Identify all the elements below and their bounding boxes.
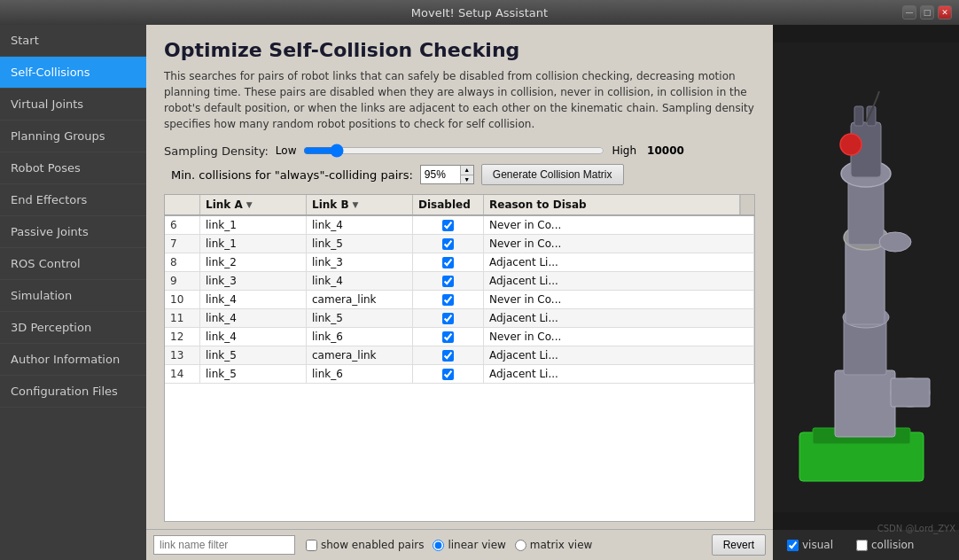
sampling-density-row: Sampling Density: Low High 10000 bbox=[164, 143, 755, 159]
sidebar-item-virtual-joints[interactable]: Virtual Joints bbox=[0, 89, 146, 121]
sidebar-item-end-effectors[interactable]: End Effectors bbox=[0, 184, 146, 216]
sidebar-item-robot-poses[interactable]: Robot Poses bbox=[0, 152, 146, 184]
sidebar-item-planning-groups[interactable]: Planning Groups bbox=[0, 121, 146, 152]
cell-link-a: link_1 bbox=[200, 235, 307, 253]
disabled-checkbox[interactable] bbox=[442, 220, 454, 231]
disabled-checkbox[interactable] bbox=[442, 369, 454, 380]
min-collisions-input[interactable] bbox=[421, 167, 460, 183]
spin-down-btn[interactable]: ▼ bbox=[461, 175, 473, 184]
table-row[interactable]: 10 link_4 camera_link Never in Co... bbox=[165, 291, 754, 309]
table-header: Link A ▼ Link B ▼ Disabled Reason to Dis… bbox=[165, 195, 754, 216]
main-panel: Optimize Self-Collision Checking This se… bbox=[146, 25, 773, 529]
table-row[interactable]: 11 link_4 link_5 Adjacent Li... bbox=[165, 309, 754, 328]
cell-link-b: link_4 bbox=[307, 216, 413, 234]
table-row[interactable]: 14 link_5 link_6 Adjacent Li... bbox=[165, 365, 754, 384]
cell-link-a: link_4 bbox=[200, 328, 307, 346]
svg-rect-14 bbox=[854, 106, 863, 126]
min-collisions-row: Min. collisions for "always"-colliding p… bbox=[164, 164, 755, 185]
col-reason: Reason to Disab bbox=[484, 195, 740, 214]
visual-checkbox[interactable] bbox=[787, 540, 799, 551]
cell-disabled[interactable] bbox=[413, 272, 484, 290]
collision-checkbox-label[interactable]: collision bbox=[849, 534, 921, 556]
cell-disabled[interactable] bbox=[413, 365, 484, 383]
show-enabled-pairs-checkbox-label[interactable]: show enabled pairs bbox=[306, 539, 424, 551]
cell-reason: Adjacent Li... bbox=[484, 309, 754, 327]
disabled-checkbox[interactable] bbox=[442, 331, 454, 343]
link-name-filter-input[interactable] bbox=[153, 535, 295, 555]
svg-rect-5 bbox=[891, 378, 930, 407]
robot-canvas bbox=[773, 25, 959, 530]
matrix-view-radio-label[interactable]: matrix view bbox=[515, 539, 593, 551]
cell-num: 6 bbox=[165, 216, 200, 234]
high-label: High bbox=[612, 144, 636, 157]
disabled-checkbox[interactable] bbox=[442, 313, 454, 324]
col-link-b[interactable]: Link B ▼ bbox=[307, 195, 413, 214]
revert-button[interactable]: Revert bbox=[712, 534, 766, 556]
matrix-view-radio[interactable] bbox=[515, 540, 526, 551]
watermark: CSDN @Lord_ZYX bbox=[877, 524, 955, 533]
sidebar-item-ros-control[interactable]: ROS Control bbox=[0, 248, 146, 280]
cell-num: 9 bbox=[165, 272, 200, 290]
disabled-checkbox[interactable] bbox=[442, 294, 454, 306]
table-row[interactable]: 8 link_2 link_3 Adjacent Li... bbox=[165, 253, 754, 272]
col-num bbox=[165, 195, 200, 214]
sidebar-item-passive-joints[interactable]: Passive Joints bbox=[0, 216, 146, 248]
table-row[interactable]: 13 link_5 camera_link Adjacent Li... bbox=[165, 346, 754, 365]
table-row[interactable]: 6 link_1 link_4 Never in Co... bbox=[165, 216, 754, 235]
collision-table: Link A ▼ Link B ▼ Disabled Reason to Dis… bbox=[164, 194, 755, 522]
sidebar-item-simulation[interactable]: Simulation bbox=[0, 280, 146, 312]
sidebar-item-self-collisions[interactable]: Self-Collisions bbox=[0, 57, 146, 89]
cell-num: 7 bbox=[165, 235, 200, 253]
slider-value: 10000 bbox=[647, 144, 684, 157]
spin-up-btn[interactable]: ▲ bbox=[461, 166, 473, 175]
cell-num: 14 bbox=[165, 365, 200, 383]
table-row[interactable]: 9 link_3 link_4 Adjacent Li... bbox=[165, 272, 754, 291]
cell-disabled[interactable] bbox=[413, 253, 484, 271]
cell-reason: Adjacent Li... bbox=[484, 272, 754, 290]
cell-reason: Adjacent Li... bbox=[484, 365, 754, 383]
sidebar-item-author-information[interactable]: Author Information bbox=[0, 344, 146, 376]
cell-link-a: link_2 bbox=[200, 253, 307, 271]
collision-checkbox[interactable] bbox=[856, 540, 868, 551]
linear-view-radio[interactable] bbox=[433, 540, 444, 551]
disabled-checkbox[interactable] bbox=[442, 257, 454, 268]
window-controls: — □ ✕ bbox=[902, 5, 952, 19]
cell-disabled[interactable] bbox=[413, 346, 484, 364]
visual-checkbox-label[interactable]: visual bbox=[780, 534, 840, 556]
cell-link-b: camera_link bbox=[307, 291, 413, 308]
cell-disabled[interactable] bbox=[413, 291, 484, 308]
cell-disabled[interactable] bbox=[413, 328, 484, 346]
col-link-a[interactable]: Link A ▼ bbox=[200, 195, 307, 214]
disabled-checkbox[interactable] bbox=[442, 350, 454, 362]
sidebar-item-start[interactable]: Start bbox=[0, 25, 146, 57]
cell-link-b: link_6 bbox=[307, 328, 413, 346]
robot-footer: visual collision bbox=[773, 530, 959, 560]
cell-link-a: link_5 bbox=[200, 346, 307, 364]
cell-link-b: link_3 bbox=[307, 253, 413, 271]
close-btn[interactable]: ✕ bbox=[938, 5, 952, 19]
cell-link-a: link_1 bbox=[200, 216, 307, 234]
generate-collision-matrix-button[interactable]: Generate Collision Matrix bbox=[481, 164, 624, 185]
footer-bar: show enabled pairs linear view matrix vi… bbox=[146, 529, 773, 560]
cell-disabled[interactable] bbox=[413, 309, 484, 327]
sidebar-item-3d-perception[interactable]: 3D Perception bbox=[0, 312, 146, 344]
cell-disabled[interactable] bbox=[413, 235, 484, 253]
svg-point-16 bbox=[840, 134, 862, 155]
cell-link-b: link_6 bbox=[307, 365, 413, 383]
show-enabled-pairs-checkbox[interactable] bbox=[306, 540, 317, 551]
disabled-checkbox[interactable] bbox=[442, 238, 454, 250]
sidebar-item-configuration-files[interactable]: Configuration Files bbox=[0, 376, 146, 408]
minimize-btn[interactable]: — bbox=[902, 5, 916, 19]
table-row[interactable]: 7 link_1 link_5 Never in Co... bbox=[165, 235, 754, 253]
table-row[interactable]: 12 link_4 link_6 Never in Co... bbox=[165, 328, 754, 346]
disabled-checkbox[interactable] bbox=[442, 276, 454, 287]
linear-view-radio-label[interactable]: linear view bbox=[433, 539, 505, 551]
cell-disabled[interactable] bbox=[413, 216, 484, 234]
svg-point-17 bbox=[879, 232, 911, 252]
cell-reason: Never in Co... bbox=[484, 328, 754, 346]
maximize-btn[interactable]: □ bbox=[920, 5, 934, 19]
cell-reason: Never in Co... bbox=[484, 235, 754, 253]
cell-link-b: camera_link bbox=[307, 346, 413, 364]
sampling-slider[interactable] bbox=[303, 143, 604, 159]
table-body[interactable]: 6 link_1 link_4 Never in Co... 7 link_1 … bbox=[165, 216, 754, 521]
